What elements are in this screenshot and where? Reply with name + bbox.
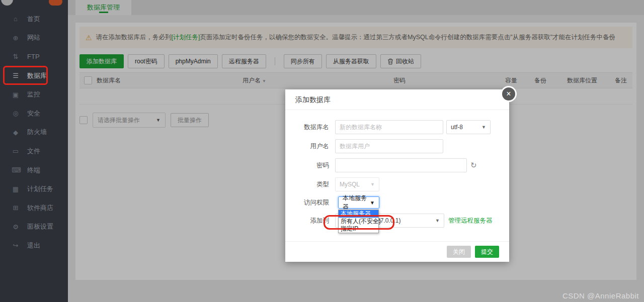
- username-row: 用户名: [285, 139, 509, 153]
- add-database-modal: × 添加数据库 数据库名 utf-8 ▼ 用户名 密码 ↻ 类型 MySQL ▼: [285, 89, 509, 262]
- db-name-input[interactable]: [335, 120, 443, 134]
- dropdown-option-everyone[interactable]: 所有人(不安全): [339, 218, 378, 225]
- close-icon[interactable]: ×: [501, 86, 517, 102]
- db-user-input[interactable]: [335, 139, 443, 153]
- dropdown-option-local-server[interactable]: 本地服务器: [339, 210, 378, 218]
- chevron-down-icon: ▼: [481, 125, 486, 130]
- add-to-row: 添加到 本地服务器 (127.0.0.1) ▼ 管理远程服务器: [285, 214, 509, 228]
- type-row: 类型 MySQL ▼: [285, 177, 509, 191]
- chevron-down-icon: ▼: [435, 218, 440, 223]
- password-row: 密码 ↻: [285, 158, 509, 172]
- chevron-down-icon: ▼: [370, 200, 375, 206]
- db-name-row: 数据库名 utf-8 ▼: [285, 120, 509, 134]
- modal-footer: 关闭 提交: [285, 241, 509, 262]
- manage-remote-server-link[interactable]: 管理远程服务器: [448, 217, 493, 225]
- access-permission-dropdown: 本地服务器 所有人(不安全) 指定IP: [338, 210, 379, 233]
- regenerate-password-icon[interactable]: ↻: [470, 161, 477, 170]
- dropdown-option-specific-ip[interactable]: 指定IP: [339, 225, 378, 233]
- password-input[interactable]: [335, 158, 467, 172]
- chevron-down-icon: ▼: [370, 182, 375, 187]
- access-permission-select[interactable]: 本地服务器 ▼: [338, 196, 379, 209]
- submit-button[interactable]: 提交: [475, 246, 499, 258]
- charset-select[interactable]: utf-8 ▼: [446, 120, 491, 134]
- access-row: 访问权限 本地服务器 ▼: [285, 196, 509, 209]
- close-button[interactable]: 关闭: [447, 246, 471, 258]
- db-type-select: MySQL ▼: [335, 177, 379, 191]
- watermark: CSDN @AnnieRabbit: [562, 291, 639, 300]
- modal-title: 添加数据库: [285, 89, 509, 110]
- bt-panel-app: ⌂ 首页 ⊕ 网站 ⇅ FTP ☰ 数据库 ▣ 监控 ◎ 安全: [0, 0, 644, 302]
